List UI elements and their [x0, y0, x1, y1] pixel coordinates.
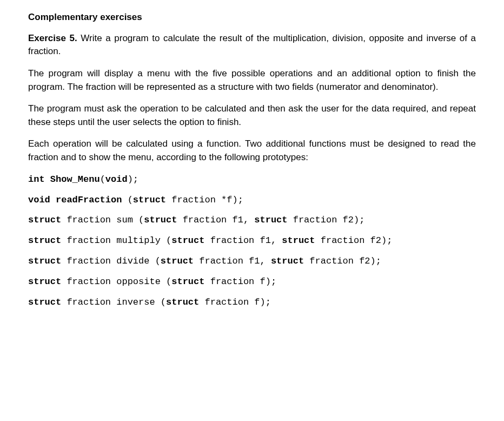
prototype-divide: struct fraction divide (struct fraction … — [28, 255, 476, 268]
prototype-opposite: struct fraction opposite (struct fractio… — [28, 275, 476, 288]
paragraph-2: The program must ask the operation to be… — [28, 102, 476, 129]
prototype-show-menu: int Show_Menu(void); — [28, 173, 476, 186]
prototype-multiply: struct fraction multiply (struct fractio… — [28, 234, 476, 247]
section-heading: Complementary exercises — [28, 11, 476, 24]
prototype-sum: struct fraction sum (struct fraction f1,… — [28, 214, 476, 227]
prototype-inverse: struct fraction inverse (struct fraction… — [28, 296, 476, 309]
exercise-intro: Exercise 5. Write a program to calculate… — [28, 32, 476, 58]
exercise-text: Write a program to calculate the result … — [28, 33, 476, 57]
exercise-label: Exercise 5. — [28, 33, 77, 43]
paragraph-1: The program will display a menu with the… — [28, 67, 476, 94]
paragraph-3: Each operation will be calculated using … — [28, 137, 476, 164]
prototype-read-fraction: void readFraction (struct fraction *f); — [28, 194, 476, 207]
